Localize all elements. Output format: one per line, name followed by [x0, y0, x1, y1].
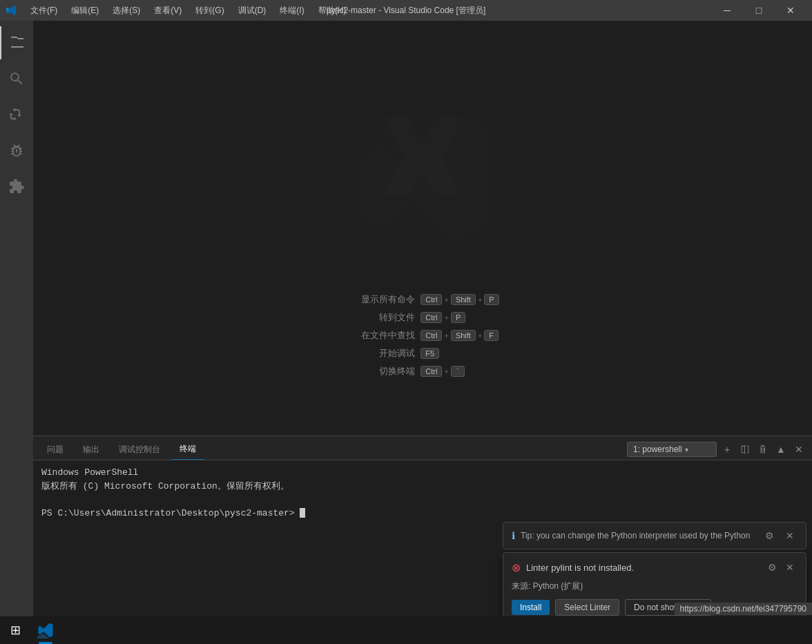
vscode-watermark	[326, 79, 519, 273]
editor-area: 显示所有命令 Ctrl + Shift + P 转到文件 Ctrl +	[33, 21, 812, 436]
menu-file[interactable]: 文件(F)	[25, 3, 63, 18]
panel-close-button[interactable]: ✕	[791, 442, 806, 457]
kill-terminal-button[interactable]	[755, 442, 771, 457]
activity-bar	[0, 21, 33, 629]
shortcut-label-0: 显示所有命令	[346, 293, 415, 306]
window-controls: ─ □ ✕	[711, 0, 806, 21]
taskbar-windows-button[interactable]: ⊞	[0, 616, 30, 644]
trash-icon	[758, 445, 768, 454]
titlebar-menu: 文件(F) 编辑(E) 选择(S) 查看(V) 转到(G) 调试(D) 终端(I…	[25, 3, 351, 18]
debug-icon	[8, 142, 25, 159]
menu-debug[interactable]: 调试(D)	[233, 3, 272, 18]
menu-edit[interactable]: 编辑(E)	[66, 3, 104, 18]
notification-title-row: ⊗ Linter pylint is not installed.	[512, 561, 634, 574]
terminal-dropdown[interactable]: 1: powershell ▾	[627, 442, 717, 457]
notification-header: ⊗ Linter pylint is not installed. ⚙ ✕	[512, 560, 798, 575]
titlebar-left: 文件(F) 编辑(E) 选择(S) 查看(V) 转到(G) 调试(D) 终端(I…	[6, 3, 351, 18]
terminal-dropdown-label: 1: powershell	[633, 445, 682, 454]
vscode-logo-icon	[6, 5, 17, 16]
close-button[interactable]: ✕	[775, 0, 806, 21]
terminal-line-1: 版权所有 (C) Microsoft Corporation。保留所有权利。	[41, 480, 804, 494]
sidebar-item-search[interactable]	[0, 62, 33, 95]
sidebar-item-explorer[interactable]	[0, 26, 33, 59]
terminal-cursor	[300, 508, 305, 518]
kbd-ctrl-0: Ctrl	[420, 294, 442, 305]
kbd-group-4: Ctrl + `	[420, 366, 465, 377]
taskbar: ⊞	[0, 616, 812, 644]
kbd-ctrl-2: Ctrl	[420, 330, 442, 341]
titlebar: 文件(F) 编辑(E) 选择(S) 查看(V) 转到(G) 调试(D) 终端(I…	[0, 0, 812, 21]
split-icon	[740, 445, 750, 454]
shortcut-label-1: 转到文件	[346, 311, 415, 324]
notification-controls: ⚙ ✕	[764, 560, 798, 575]
shortcut-label-2: 在文件中查找	[346, 329, 415, 342]
sidebar-item-extensions[interactable]	[0, 170, 33, 203]
notification-source: 来源: Python (扩展)	[512, 580, 798, 592]
kbd-shift-0: Shift	[451, 294, 476, 305]
kbd-sep-0b: +	[478, 295, 482, 304]
notification-error-icon: ⊗	[512, 561, 521, 574]
info-icon: ℹ	[512, 530, 515, 541]
notification-title: Linter pylint is not installed.	[526, 563, 634, 573]
windows-icon: ⊞	[10, 623, 21, 638]
kbd-sep-4a: +	[444, 367, 448, 375]
taskbar-vscode-icon	[37, 622, 54, 638]
menu-view[interactable]: 查看(V)	[148, 3, 187, 18]
terminal-line-0: Windows PowerShell	[41, 466, 804, 480]
tab-terminal[interactable]: 终端	[171, 439, 204, 460]
panel-maximize-button[interactable]: ▲	[773, 442, 789, 457]
tip-notification: ℹ Tip: you can change the Python interpr…	[503, 522, 806, 549]
kbd-p-1: P	[451, 312, 465, 323]
tip-gear-button[interactable]: ⚙	[762, 528, 777, 543]
tab-debug-console[interactable]: 调试控制台	[110, 440, 168, 460]
notification-close-button[interactable]: ✕	[782, 560, 798, 575]
kbd-group-1: Ctrl + P	[420, 312, 465, 323]
kbd-ctrl-1: Ctrl	[420, 312, 442, 323]
terminal-line-2	[41, 493, 804, 507]
kbd-group-0: Ctrl + Shift + P	[420, 294, 499, 305]
minimize-button[interactable]: ─	[711, 0, 743, 21]
select-linter-button[interactable]: Select Linter	[555, 599, 619, 616]
kbd-sep-2b: +	[478, 331, 482, 340]
kbd-group-3: F5	[420, 348, 439, 359]
kbd-p-0: P	[484, 294, 499, 305]
menu-select[interactable]: 选择(S)	[107, 3, 146, 18]
kbd-f5: F5	[420, 348, 439, 359]
kbd-ctrl-4: Ctrl	[420, 366, 442, 377]
kbd-backtick: `	[451, 366, 465, 377]
sidebar-item-source-control[interactable]	[0, 98, 33, 131]
install-button[interactable]: Install	[512, 600, 550, 615]
extensions-icon	[8, 178, 25, 195]
source-control-icon	[8, 106, 25, 123]
chevron-down-icon: ▾	[685, 446, 688, 453]
shortcut-find-in-files: 在文件中查找 Ctrl + Shift + F	[346, 329, 499, 342]
kbd-f-2: F	[484, 330, 499, 341]
panel-tabs-row: 问题 输出 调试控制台 终端	[39, 439, 627, 460]
shortcut-show-commands: 显示所有命令 Ctrl + Shift + P	[346, 293, 499, 306]
kbd-sep-0a: +	[444, 295, 448, 304]
kbd-group-2: Ctrl + Shift + F	[420, 330, 499, 341]
taskbar-vscode-item[interactable]	[30, 616, 61, 644]
kbd-sep-1a: +	[444, 313, 448, 322]
shortcut-goto-file: 转到文件 Ctrl + P	[346, 311, 465, 324]
notification-gear-button[interactable]: ⚙	[764, 560, 780, 575]
shortcut-toggle-terminal: 切换终端 Ctrl + `	[346, 365, 465, 378]
shortcuts-area: 显示所有命令 Ctrl + Shift + P 转到文件 Ctrl +	[346, 293, 499, 378]
maximize-button[interactable]: □	[743, 0, 775, 21]
tip-close-button[interactable]: ✕	[782, 528, 798, 543]
add-terminal-button[interactable]: +	[719, 442, 735, 457]
window-title: pysc2-master - Visual Studio Code [管理员]	[327, 5, 486, 17]
tip-notification-text: Tip: you can change the Python interpret…	[521, 531, 756, 540]
split-terminal-button[interactable]	[737, 442, 753, 457]
tab-problems[interactable]: 问题	[39, 440, 72, 460]
search-icon	[8, 70, 25, 87]
url-bar: https://blog.csdn.net/fei347795790	[675, 603, 812, 615]
panel-toolbar: 1: powershell ▾ +	[627, 442, 806, 460]
sidebar-item-debug[interactable]	[0, 134, 33, 167]
vscode-watermark-icon	[326, 79, 519, 273]
menu-terminal[interactable]: 终端(I)	[274, 3, 309, 18]
menu-goto[interactable]: 转到(G)	[190, 3, 229, 18]
shortcut-label-4: 切换终端	[346, 365, 415, 378]
tab-output[interactable]: 输出	[75, 440, 108, 460]
files-icon	[9, 35, 26, 51]
